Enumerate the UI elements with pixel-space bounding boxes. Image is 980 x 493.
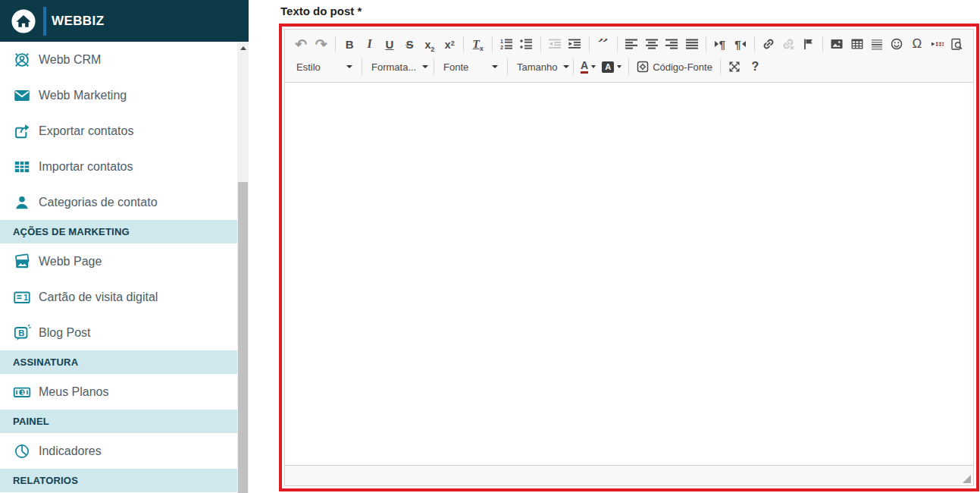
toolbar-separator [573,58,574,75]
envelope-icon [12,86,32,105]
sidebar-section-painel: PAINEL [0,410,237,433]
superscript-icon: x2 [445,38,455,51]
sidebar-item-webb-marketing[interactable]: Webb Marketing [0,77,237,113]
sidebar-item-label: Webb Page [39,255,102,268]
blockquote-button[interactable]: ” [593,35,613,54]
horizontal-rule-button[interactable] [867,35,887,54]
text-color-button[interactable]: A [578,58,599,77]
sidebar-item-webb-crm[interactable]: Webb CRM [0,42,237,77]
toolbar-separator [540,36,541,52]
anchor-button[interactable] [799,35,819,54]
toolbar-separator [822,36,823,52]
crm-target-person-icon [12,50,32,70]
image-icon [831,38,843,50]
underline-button[interactable]: U [380,35,399,54]
scrollbar-thumb[interactable] [238,182,248,493]
sidebar-item-exportar-contatos[interactable]: Exportar contatos [0,113,237,149]
undo-icon: ↶ [295,36,307,53]
resize-handle[interactable] [963,475,971,483]
special-character-button[interactable]: Ω [907,35,927,54]
svg-text:1: 1 [23,293,28,301]
remove-format-icon: Tx [473,37,484,51]
page-break-icon [931,38,944,50]
sidebar-item-blog-post[interactable]: B Blog Post [0,315,237,350]
bulleted-list-icon [520,38,533,50]
text-direction-rtl-button[interactable]: ¶ [730,35,750,54]
superscript-button[interactable]: x2 [440,35,459,54]
chevron-down-icon [563,65,569,68]
italic-icon: I [367,37,371,51]
numbered-list-icon: 1 2 [500,38,513,50]
font-dropdown-label: Fonte [443,61,468,73]
background-color-button[interactable]: A [599,58,625,77]
source-code-icon [637,61,649,73]
toolbar-separator [617,36,618,52]
sidebar-item-label: Importar contatos [39,160,133,174]
align-center-icon [646,38,658,50]
sidebar-header: WEBBIZ [0,0,249,42]
home-icon[interactable] [11,8,36,34]
insert-smiley-button[interactable] [887,35,906,54]
sidebar-item-meus-planos[interactable]: 1 Meus Planos [0,374,237,410]
remove-link-button[interactable] [778,35,798,54]
increase-indent-button[interactable] [565,35,584,54]
align-right-button[interactable] [662,35,681,54]
banknote-icon: 1 [12,382,32,402]
remove-format-button[interactable]: Tx [468,35,487,54]
italic-button[interactable]: I [359,35,379,54]
insert-image-button[interactable] [827,35,847,54]
numbered-list-button[interactable]: 1 2 [496,35,516,54]
source-code-button[interactable]: Código-Fonte [633,58,716,77]
align-center-button[interactable] [641,35,661,54]
rich-text-editor: ↶ ↷ B I U S x2 x2 Tx 1 [284,29,974,486]
sidebar-item-categorias-de-contato[interactable]: Categorias de contato [0,184,237,220]
toolbar-separator [492,36,493,52]
format-dropdown-label: Formata... [371,61,416,73]
insert-link-button[interactable] [759,35,778,54]
svg-text:1: 1 [500,39,503,44]
section-label: AÇÕES DE MARKETING [13,226,130,237]
bulleted-list-button[interactable] [516,35,536,54]
sidebar-item-importar-contatos[interactable]: Importar contatos [0,149,237,184]
undo-button[interactable]: ↶ [291,35,311,54]
maximize-button[interactable] [725,58,745,77]
bold-button[interactable]: B [340,35,359,54]
sidebar-item-cartao-de-visita-digital[interactable]: 1 Cartão de visita digital [0,279,237,315]
brand-title: WEBBIZ [52,14,104,29]
brand-accent-bar [43,7,46,36]
style-dropdown[interactable]: Estilo [291,58,358,76]
font-dropdown[interactable]: Fonte [438,58,503,76]
sidebar-item-webb-page[interactable]: Webb Page [0,243,237,279]
sidebar-section-relatorios: RELATORIOS [0,469,237,492]
field-label-texto-do-post: Texto do post * [280,5,362,17]
editor-content-area[interactable] [285,83,973,465]
decrease-indent-button[interactable] [545,35,565,54]
main-content: Texto do post * ↶ ↷ B I U S x2 x2 Tx [249,0,980,493]
sidebar-item-label: Meus Planos [39,385,109,399]
redo-button[interactable]: ↷ [311,35,330,54]
strikethrough-icon: S [405,38,413,51]
person-icon [12,193,32,212]
preview-button[interactable] [947,35,967,54]
blog-bubble-icon: B [12,323,32,343]
sidebar-item-indicadores[interactable]: Indicadores [0,433,237,469]
paragraph-format-dropdown[interactable]: Formata... [366,58,430,76]
insert-table-button[interactable] [847,35,866,54]
special-char-icon: Ω [913,36,922,52]
toolbar-separator [463,36,464,52]
toolbar-row-1: ↶ ↷ B I U S x2 x2 Tx 1 [291,33,967,55]
bg-color-icon: A [602,61,614,73]
sidebar-scrollbar[interactable] [237,42,249,493]
justify-button[interactable] [681,35,701,54]
business-card-icon: 1 [12,287,32,307]
align-left-button[interactable] [622,35,641,54]
help-button[interactable]: ? [745,58,766,77]
scrollbar-up-arrow-icon[interactable] [237,42,249,54]
subscript-button[interactable]: x2 [420,35,440,54]
strikethrough-button[interactable]: S [399,35,419,54]
section-label: PAINEL [13,416,49,427]
sidebar-item-label: Cartão de visita digital [39,290,158,304]
font-size-dropdown[interactable]: Tamanho [512,58,569,76]
text-direction-ltr-button[interactable]: ¶ [710,35,730,54]
page-break-button[interactable] [927,35,947,54]
